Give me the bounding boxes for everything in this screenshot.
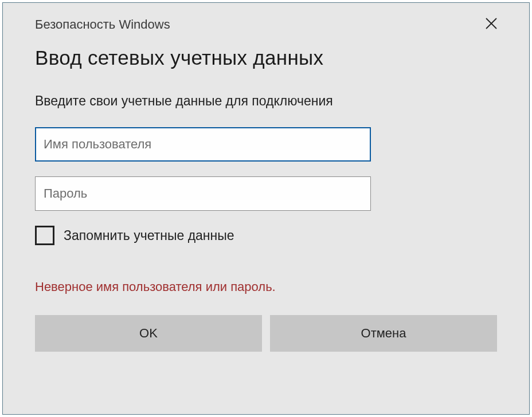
close-button[interactable]: [480, 12, 503, 35]
dialog-content: Ввод сетевых учетных данных Введите свои…: [3, 41, 529, 352]
button-row: OK Отмена: [35, 315, 497, 352]
error-message: Неверное имя пользователя или пароль.: [35, 280, 497, 294]
username-row: [35, 127, 497, 162]
credential-dialog: Безопасность Windows Ввод сетевых учетны…: [2, 2, 530, 415]
dialog-heading: Ввод сетевых учетных данных: [35, 46, 497, 69]
remember-label: Запомнить учетные данные: [64, 228, 234, 243]
cancel-button[interactable]: Отмена: [270, 315, 497, 352]
password-row: [35, 176, 497, 211]
remember-checkbox[interactable]: [35, 226, 54, 245]
close-icon: [485, 17, 498, 30]
ok-button[interactable]: OK: [35, 315, 262, 352]
username-input[interactable]: [35, 127, 371, 162]
title-bar: Безопасность Windows: [3, 3, 529, 41]
remember-row: Запомнить учетные данные: [35, 226, 497, 245]
password-input[interactable]: [35, 176, 371, 211]
window-title: Безопасность Windows: [35, 17, 170, 32]
instruction-text: Введите свои учетные данные для подключе…: [35, 93, 497, 109]
